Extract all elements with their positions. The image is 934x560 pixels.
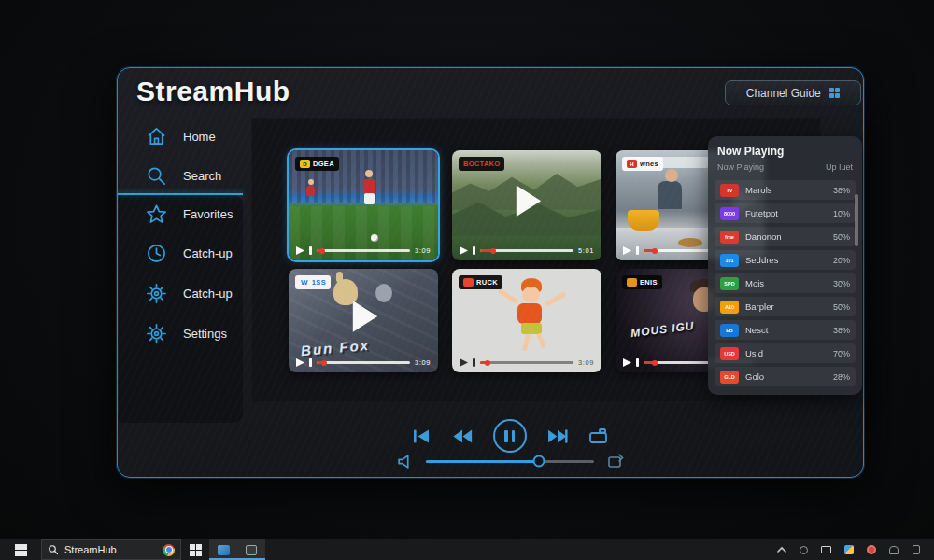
taskbar-app-1[interactable] [209,539,237,560]
tray-icon-color-app[interactable] [843,545,854,555]
start-button[interactable] [0,539,41,560]
channel-share: 70% [833,349,850,358]
progress-track[interactable] [480,249,573,252]
taskbar-windows-button[interactable] [181,539,209,560]
channel-logo: 8000 [720,207,739,220]
channel-row[interactable]: fme Danonon 50% [715,227,856,246]
pause-button[interactable] [493,419,527,453]
progress-track[interactable] [317,361,410,364]
play-icon[interactable] [460,246,468,255]
sidebar-item-catchup[interactable]: Catch-up [146,241,233,265]
video-tile-cartoon-fantasy[interactable]: Bun Fox W 1SS 3:09 [289,269,438,372]
play-icon[interactable] [296,358,304,367]
channel-row[interactable]: GLD Golo 28% [715,367,856,386]
transport-controls [398,419,622,453]
progress-dot[interactable] [490,248,496,254]
video-tile-sports[interactable]: D DGEA 3:09 [289,150,438,260]
sidebar-item-catchup-2[interactable]: Catch-up [146,281,233,305]
system-tray [776,545,934,555]
badge-text: RUCK [476,278,498,287]
badge-logo [627,278,637,287]
pause-icon[interactable] [309,358,312,367]
art-shape [522,287,540,302]
replay-icon[interactable] [607,453,625,469]
art-shape [545,291,567,306]
fast-forward-button[interactable] [547,428,568,444]
fast-forward-icon [547,428,568,444]
progress-dot[interactable] [321,360,327,366]
channel-row[interactable]: USD Usid 70% [715,343,856,363]
pause-icon[interactable] [473,246,475,255]
tray-icon-red-app[interactable] [866,545,876,555]
speaker-icon[interactable] [396,454,413,469]
channel-row[interactable]: A10 Barpler 50% [715,297,856,316]
sidebar-item-label: Settings [183,327,227,341]
channel-name: Barpler [745,301,827,312]
tray-icon-device[interactable] [911,545,921,555]
sidebar-item-label: Search [183,169,221,183]
channel-logo: USD [720,347,739,360]
sidebar-item-favorites[interactable]: Favorites [146,202,233,226]
pause-icon[interactable] [636,358,639,367]
channel-logo: TV [720,184,739,197]
channel-row[interactable]: EB Nesct 38% [715,320,856,340]
badge-text: wnes [640,160,658,168]
sidebar-item-home[interactable]: Home [146,124,216,148]
gear-icon [146,283,167,304]
channel-guide-button[interactable]: Channel Guide [725,80,861,105]
taskbar-search[interactable]: StreamHub [41,539,181,560]
volume-slider[interactable] [426,460,594,463]
volume-knob[interactable] [532,455,545,468]
pause-icon[interactable] [636,246,639,255]
sidebar-item-search[interactable]: Search [146,163,221,188]
progress-track[interactable] [317,249,410,252]
rewind-icon [452,428,473,444]
art-shape [333,279,358,305]
windows-logo-icon [190,544,202,556]
progress-dot[interactable] [319,248,325,254]
channel-row[interactable]: TV Marols 38% [715,180,856,200]
tray-icon-headset[interactable] [888,545,899,555]
play-icon[interactable] [623,358,631,367]
channel-guide-label: Channel Guide [746,87,821,100]
badge-logo: W [300,278,309,287]
video-tile-nature[interactable]: BOCTAKO 5:01 [452,150,601,260]
sidebar-lower-panel [119,195,243,423]
channel-row[interactable]: SPD Mois 30% [715,273,856,293]
progress-track[interactable] [480,361,573,364]
clock-icon [146,243,167,264]
taskbar-app-2[interactable] [237,539,265,560]
tray-icon-display[interactable] [821,545,831,555]
channel-row[interactable]: 101 Seddres 20% [715,250,856,270]
badge-logo: D [300,160,310,168]
badge-text: 1SS [312,278,326,287]
rewind-button[interactable] [452,428,473,444]
channel-row[interactable]: 8000 Futetpot 10% [715,203,856,223]
play-icon[interactable] [460,358,468,367]
pause-icon[interactable] [473,358,475,367]
video-tile-kids[interactable]: RUCK 3:09 [452,269,601,372]
sidebar-item-settings[interactable]: Settings [146,321,227,345]
play-icon[interactable] [296,246,304,255]
volume-row [396,453,630,469]
time-label: 3:09 [415,246,431,255]
channel-logo: 101 [720,254,739,267]
progress-dot[interactable] [652,360,658,366]
progress-dot[interactable] [485,360,490,366]
tray-icon-circle[interactable] [799,545,809,555]
channel-name: Mois [745,278,827,288]
channel-name: Danonon [745,231,827,242]
pause-icon[interactable] [309,246,312,255]
channel-badge: D DGEA [295,157,339,171]
badge-text: ENIS [640,278,658,287]
tile-player-bar: 3:09 [460,358,594,367]
chrome-icon[interactable] [163,544,175,556]
tray-chevron-up-icon[interactable] [776,545,786,555]
progress-dot[interactable] [652,248,658,254]
record-device-button[interactable] [588,427,608,444]
play-icon[interactable] [623,246,631,255]
volume-fill [426,460,539,463]
scrollbar-thumb[interactable] [855,194,858,246]
skip-back-button[interactable] [413,428,432,444]
search-icon [48,544,59,555]
